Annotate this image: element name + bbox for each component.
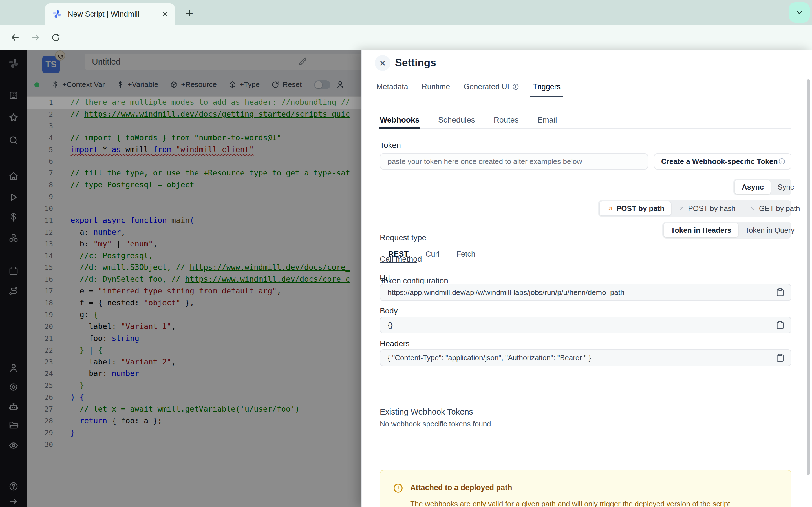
settings-title: Settings <box>395 57 436 69</box>
chevron-down-icon <box>795 8 804 17</box>
forward-icon[interactable] <box>31 33 41 43</box>
back-icon[interactable] <box>10 33 20 43</box>
warning-title: Attached to a deployed path <box>410 483 512 492</box>
option-label: GET by path <box>759 204 800 213</box>
windmill-favicon-icon <box>52 9 62 19</box>
headers-field[interactable]: { "Content-Type": "application/json", "A… <box>380 349 792 366</box>
info-icon <box>512 83 519 91</box>
active-line-highlight <box>27 97 361 109</box>
tab-title: New Script | Windmill <box>68 10 162 18</box>
option-post-by-path[interactable]: POST by path <box>599 201 671 216</box>
info-icon <box>778 158 786 165</box>
trigger-tab-routes[interactable]: Routes <box>494 112 519 128</box>
close-icon[interactable]: ✕ <box>375 55 391 71</box>
tab-metadata[interactable]: Metadata <box>370 76 415 97</box>
option-post-by-hash[interactable]: POST by hash <box>671 202 742 216</box>
existing-tokens-empty: No webhook specific tokens found <box>380 420 491 429</box>
arrow-up-right-icon <box>606 205 613 212</box>
reload-icon[interactable] <box>51 33 61 43</box>
token-label: Token <box>380 141 401 150</box>
existing-tokens-title: Existing Webhook Tokens <box>380 407 473 416</box>
settings-tabs: MetadataRuntimeGenerated UITriggers <box>362 76 812 98</box>
modal-dim-overlay <box>0 50 361 507</box>
browser-tab[interactable]: New Script | Windmill ✕ <box>45 3 175 25</box>
trigger-tab-schedules[interactable]: Schedules <box>438 112 475 128</box>
token-configuration-toggle: Token in HeadersToken in Query <box>662 222 792 238</box>
option-label: Token in Query <box>745 226 795 235</box>
call-method-toggle: POST by pathPOST by hashGET by path <box>598 200 792 217</box>
trigger-tab-webhooks[interactable]: Webhooks <box>380 112 419 128</box>
option-label: Async <box>742 183 764 191</box>
url-value: https://app.windmill.dev/api/w/windmill-… <box>388 288 776 297</box>
app-area: TS Untitled +Context Var+Variable+Resour… <box>0 50 812 507</box>
browser-toolbar: app.windmill.dev/scripts/add#JTdCJTIyaGF… <box>0 25 812 50</box>
tab-generated-ui[interactable]: Generated UI <box>457 76 526 97</box>
alert-circle-icon <box>393 483 403 494</box>
example-tab-fetch[interactable]: Fetch <box>448 245 484 263</box>
tab-label: Metadata <box>376 82 408 91</box>
request-type-label: Request type <box>380 233 426 242</box>
headers-label: Headers <box>380 339 410 348</box>
create-webhook-token-button[interactable]: Create a Webhook-specific Token <box>654 153 792 170</box>
option-token-in-query[interactable]: Token in Query <box>739 223 801 237</box>
url-field[interactable]: https://app.windmill.dev/api/w/windmill-… <box>380 284 792 301</box>
warning-body: The webhooks are only valid for a given … <box>410 499 782 507</box>
tab-close-icon[interactable]: ✕ <box>162 10 168 18</box>
trigger-tabs: WebhooksSchedulesRoutesEmail <box>380 112 792 129</box>
tab-triggers[interactable]: Triggers <box>526 76 567 97</box>
trigger-tab-email[interactable]: Email <box>538 112 557 128</box>
arrow-up-right-icon <box>678 205 685 212</box>
headers-value: { "Content-Type": "application/json", "A… <box>388 353 776 362</box>
deployed-path-warning: Attached to a deployed path The webhooks… <box>380 470 792 507</box>
option-label: Token in Headers <box>671 226 731 235</box>
tab-label: Triggers <box>533 82 560 91</box>
tab-search-button[interactable] <box>789 2 810 22</box>
option-get-by-path[interactable]: GET by path <box>742 202 807 216</box>
tab-label: Runtime <box>422 82 450 91</box>
option-sync[interactable]: Sync <box>771 180 801 194</box>
drawer-scrollbar[interactable] <box>807 79 810 475</box>
option-label: POST by path <box>616 204 664 213</box>
example-tab-curl[interactable]: Curl <box>417 245 448 263</box>
arrow-down-right-icon <box>749 205 756 212</box>
option-label: POST by hash <box>688 204 735 213</box>
token-placeholder: paste your token here once created to al… <box>388 157 582 166</box>
new-tab-button[interactable]: + <box>183 6 196 20</box>
tab-label: Generated UI <box>463 82 509 91</box>
screen: New Script | Windmill ✕ + app.windmill.d… <box>0 0 812 507</box>
body-label: Body <box>380 306 398 316</box>
option-token-in-headers[interactable]: Token in Headers <box>664 223 739 237</box>
copy-clipboard-icon[interactable] <box>776 288 784 297</box>
option-label: Sync <box>777 183 794 191</box>
copy-clipboard-icon[interactable] <box>776 321 784 330</box>
create-webhook-token-label: Create a Webhook-specific Token <box>661 157 778 166</box>
request-type-toggle: AsyncSync <box>733 179 792 195</box>
option-async[interactable]: Async <box>735 180 771 194</box>
example-tabs: RESTCurlFetch <box>380 245 792 263</box>
tab-runtime[interactable]: Runtime <box>415 76 457 97</box>
body-value: {} <box>388 321 776 330</box>
copy-clipboard-icon[interactable] <box>776 353 784 362</box>
url-label: Url <box>380 274 390 283</box>
browser-tab-strip: New Script | Windmill ✕ + <box>0 0 812 25</box>
body-field[interactable]: {} <box>380 317 792 334</box>
token-input[interactable]: paste your token here once created to al… <box>380 153 648 170</box>
example-tab-rest[interactable]: REST <box>380 245 417 263</box>
settings-drawer: ✕ Settings MetadataRuntimeGenerated UITr… <box>361 50 812 507</box>
